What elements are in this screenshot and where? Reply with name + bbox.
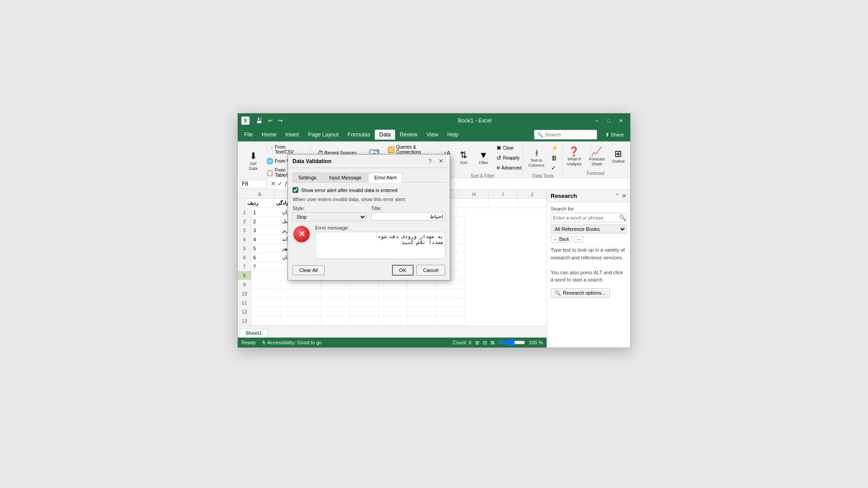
cell-13-f[interactable]: [408, 316, 437, 325]
undo-quick-btn[interactable]: ↩: [266, 117, 274, 125]
tab-insert[interactable]: Insert: [281, 130, 303, 140]
tab-data[interactable]: Data: [375, 130, 395, 140]
cell-11-e[interactable]: [379, 298, 408, 307]
cell-12-a[interactable]: [251, 307, 280, 316]
cell-13-d[interactable]: [350, 316, 379, 325]
minimize-button[interactable]: ─: [592, 116, 603, 125]
modal-help-button[interactable]: ?: [425, 157, 434, 166]
cell-9-d[interactable]: [350, 280, 379, 289]
research-collapse-button[interactable]: ⌃: [615, 192, 620, 199]
cell-9-a[interactable]: [251, 280, 280, 289]
cell-11-d[interactable]: [350, 298, 379, 307]
cell-7-a[interactable]: 7: [251, 262, 280, 271]
research-source-dropdown[interactable]: All Reference Books: [551, 225, 627, 234]
cell-2-a[interactable]: 2: [251, 217, 280, 226]
cell-13-b[interactable]: [280, 316, 321, 325]
cell-12-g[interactable]: [437, 307, 466, 316]
cell-11-a[interactable]: [251, 298, 280, 307]
zoom-slider[interactable]: [498, 339, 525, 346]
cancel-button[interactable]: Cancel: [416, 265, 445, 276]
cell-9-b[interactable]: [280, 280, 321, 289]
cell-10-c[interactable]: [321, 289, 350, 298]
cell-12-f[interactable]: [408, 307, 437, 316]
col-header-a[interactable]: A: [245, 190, 274, 198]
cell-11-f[interactable]: [408, 298, 437, 307]
cell-10-e[interactable]: [379, 289, 408, 298]
modal-tab-input-message[interactable]: Input Message: [323, 173, 368, 182]
filter-button[interactable]: ▼ Filter: [474, 149, 492, 167]
style-select[interactable]: Stop Warning Information: [292, 212, 367, 221]
page-break-icon[interactable]: ⊠: [491, 340, 495, 346]
advanced-button[interactable]: ≡ Advanced: [494, 163, 524, 173]
what-if-button[interactable]: ❓ What-IfAnalysis: [564, 145, 585, 169]
data-validation-button[interactable]: ✓: [549, 163, 561, 173]
cell-10-g[interactable]: [437, 289, 466, 298]
tab-home[interactable]: Home: [257, 130, 281, 140]
cell-8-a[interactable]: [251, 271, 280, 280]
save-quick-btn[interactable]: 💾: [254, 117, 264, 125]
header-cell-a[interactable]: ردیف: [245, 199, 274, 208]
tab-file[interactable]: File: [240, 130, 257, 140]
cell-4-a[interactable]: 4: [251, 235, 280, 244]
formula-confirm-icon[interactable]: ✓: [278, 180, 283, 187]
ok-button[interactable]: OK: [392, 265, 414, 276]
grid-view-icon[interactable]: ⊞: [475, 340, 479, 346]
cell-12-c[interactable]: [321, 307, 350, 316]
cell-3-a[interactable]: 3: [251, 226, 280, 235]
col-header-h[interactable]: H: [460, 190, 489, 198]
cell-1-a[interactable]: 1: [251, 208, 280, 217]
cell-11-g[interactable]: [437, 298, 466, 307]
col-header-i[interactable]: I: [489, 190, 518, 198]
sort-button[interactable]: ⇅ Sort: [454, 149, 472, 167]
cell-9-c[interactable]: [321, 280, 350, 289]
cell-reference-box[interactable]: [240, 179, 267, 188]
cell-12-b[interactable]: [280, 307, 321, 316]
title-input[interactable]: [371, 212, 445, 221]
cell-5-a[interactable]: 5: [251, 244, 280, 253]
research-back-button[interactable]: ← Back: [551, 236, 572, 243]
header-cell-i[interactable]: [489, 199, 518, 208]
cell-9-e[interactable]: [379, 280, 408, 289]
tab-view[interactable]: View: [422, 130, 443, 140]
cell-13-c[interactable]: [321, 316, 350, 325]
cell-10-d[interactable]: [350, 289, 379, 298]
tab-help[interactable]: Help: [443, 130, 463, 140]
cell-12-e[interactable]: [379, 307, 408, 316]
data-validation-modal[interactable]: Data Validation ? ✕ Settings Input Messa…: [288, 154, 450, 281]
close-button[interactable]: ✕: [615, 116, 627, 126]
formula-cancel-icon[interactable]: ✕: [271, 180, 276, 187]
text-to-columns-button[interactable]: ⫲ Text toColumns: [526, 146, 547, 170]
tab-formulas[interactable]: Formulas: [343, 130, 375, 140]
header-cell-j[interactable]: [518, 199, 547, 208]
outline-button[interactable]: ⊞ Outline: [609, 147, 627, 166]
forecast-sheet-button[interactable]: 📈 ForecastSheet: [586, 145, 607, 169]
cell-9-g[interactable]: [437, 280, 466, 289]
cell-10-f[interactable]: [408, 289, 437, 298]
reapply-button[interactable]: ↺ Reapply: [494, 153, 524, 163]
search-input[interactable]: [545, 132, 595, 137]
cell-10-a[interactable]: [251, 289, 280, 298]
modal-close-button[interactable]: ✕: [436, 157, 445, 166]
clear-all-button[interactable]: Clear All: [292, 265, 325, 275]
page-layout-icon[interactable]: ⊟: [483, 340, 487, 346]
cell-9-f[interactable]: [408, 280, 437, 289]
cell-11-c[interactable]: [321, 298, 350, 307]
show-error-checkbox[interactable]: [292, 187, 298, 193]
cell-13-a[interactable]: [251, 316, 280, 325]
get-data-button[interactable]: ⬇ GetData: [244, 150, 262, 173]
research-forward-button[interactable]: →: [574, 236, 584, 243]
research-search-input[interactable]: [551, 214, 617, 222]
remove-duplicates-button[interactable]: 🗑: [549, 153, 561, 163]
cell-13-e[interactable]: [379, 316, 408, 325]
research-close-button[interactable]: ✕: [622, 192, 627, 199]
flash-fill-button[interactable]: ⚡: [549, 143, 561, 153]
tab-page-layout[interactable]: Page Layout: [303, 130, 343, 140]
error-message-textarea[interactable]: به مقدار ورودی دقت شود مجدداً تلاش کنید: [315, 232, 445, 259]
modal-tab-error-alert[interactable]: Error Alert: [368, 173, 403, 183]
share-button[interactable]: ⬆ Share: [601, 131, 628, 139]
research-options-button[interactable]: 🔍 Research options...: [551, 288, 610, 298]
clear-button[interactable]: ✖ Clear: [494, 143, 524, 153]
maximize-button[interactable]: □: [604, 116, 614, 125]
cell-10-b[interactable]: [280, 289, 321, 298]
tab-review[interactable]: Review: [395, 130, 422, 140]
